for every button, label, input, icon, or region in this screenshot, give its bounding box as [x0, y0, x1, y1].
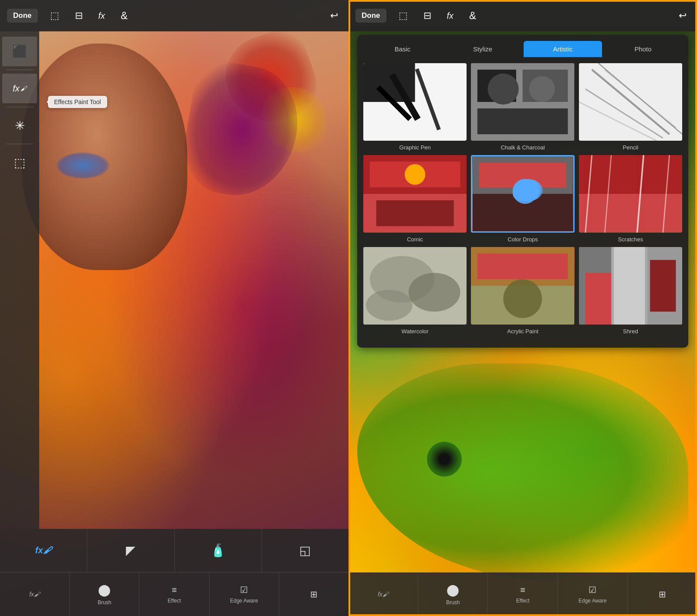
thumb-comic: [363, 155, 467, 233]
filter-color-drops[interactable]: Color Drops: [471, 155, 574, 243]
tab-photo[interactable]: Photo: [604, 41, 682, 57]
tab-artistic[interactable]: Artistic: [524, 41, 602, 57]
right-toolbar: Done ⬚ ⊟ fx & ↩: [348, 0, 697, 31]
left-panel: Done ⬚ ⊟ fx & ↩ ⬛ fx🖌 ✳ ⬚ Effects Paint …: [0, 0, 348, 616]
acrylic-svg: [471, 247, 574, 325]
sub-tools-row: fx🖌 ◤ 🧴 ◱: [0, 529, 348, 572]
filter-watercolor[interactable]: Watercolor: [363, 247, 467, 335]
svg-point-26: [513, 179, 538, 204]
thumb-shred: [579, 247, 682, 325]
filter-pencil[interactable]: Pencil: [579, 63, 682, 151]
thumb-watercolor: [363, 247, 467, 325]
svg-point-35: [409, 273, 460, 311]
filter-color-drops-label: Color Drops: [508, 236, 538, 243]
filter-graphic-pen[interactable]: Graphic Pen: [363, 63, 467, 151]
filter-comic-label: Comic: [407, 236, 423, 243]
fx-brush-sub[interactable]: fx🖌: [0, 529, 87, 572]
brush-circle-icon: ⬤: [98, 583, 111, 597]
nav-edge-right[interactable]: ☑ Edge Aware: [558, 572, 628, 616]
erase-icon: ◱: [299, 543, 311, 558]
svg-point-21: [405, 164, 425, 185]
filter-chalk-charcoal-label: Chalk & Charcoal: [501, 144, 545, 151]
chalk-svg: [471, 63, 574, 141]
splash-blue: [57, 152, 109, 179]
spray-sub[interactable]: 🧴: [175, 529, 262, 572]
selection-icon-left[interactable]: ⬚: [47, 8, 63, 23]
svg-rect-45: [585, 273, 611, 325]
effect-label: Effect: [168, 598, 181, 604]
color-drops-svg: [472, 156, 573, 231]
done-button-right[interactable]: Done: [355, 9, 386, 23]
brush-sub[interactable]: ◤: [87, 529, 174, 572]
edge-aware-icon-right: ☑: [589, 585, 596, 595]
filter-shred[interactable]: Shred: [579, 247, 682, 335]
selection-tool[interactable]: ⬚: [2, 148, 37, 177]
brush-label: Brush: [98, 599, 111, 606]
shred-svg: [579, 247, 682, 325]
nav-fx-icon-left: fx🖌: [29, 591, 40, 598]
blend-icon-right[interactable]: &: [466, 8, 480, 24]
svg-point-40: [503, 279, 542, 318]
done-button-left[interactable]: Done: [7, 9, 38, 23]
graphic-pen-svg: [363, 63, 467, 141]
magic-wand-tool[interactable]: ✳: [2, 111, 37, 140]
svg-rect-24: [479, 162, 567, 187]
tab-stylize[interactable]: Stylize: [443, 41, 522, 57]
svg-point-10: [529, 76, 555, 102]
blend-icon-left[interactable]: &: [117, 8, 131, 24]
adjust-icon-right[interactable]: ⊟: [420, 8, 435, 23]
erase-sub[interactable]: ◱: [262, 529, 348, 572]
svg-rect-46: [650, 260, 676, 312]
tool-divider-2: [6, 107, 34, 107]
filter-graphic-pen-label: Graphic Pen: [399, 144, 431, 151]
nav-fx-left[interactable]: fx🖌: [0, 572, 70, 616]
spray-icon: 🧴: [210, 543, 226, 558]
filter-scratches-label: Scratches: [618, 236, 643, 243]
nav-effect-right[interactable]: ≡ Effect: [488, 572, 558, 616]
thumb-color-drops: [471, 155, 574, 233]
svg-rect-43: [614, 247, 645, 325]
fx-tabs: Basic Stylize Artistic Photo: [357, 35, 688, 57]
filter-shred-label: Shred: [623, 328, 638, 335]
filter-scratches[interactable]: Scratches: [579, 155, 682, 243]
filter-acrylic-paint[interactable]: Acrylic Paint: [471, 247, 574, 335]
filter-comic[interactable]: Comic: [363, 155, 467, 243]
svg-rect-25: [473, 194, 572, 231]
nav-layers-right[interactable]: ⊞: [628, 572, 697, 616]
nav-fx-right[interactable]: fx🖌: [348, 572, 418, 616]
fx-paint-icon: fx🖌: [13, 84, 27, 94]
thumb-scratches: [579, 155, 682, 233]
nav-edge-left[interactable]: ☑ Edge Aware: [210, 572, 279, 616]
fx-paint-tool[interactable]: fx🖌: [2, 74, 37, 103]
fx-filter-panel: Basic Stylize Artistic Photo Graphic P: [357, 35, 688, 348]
nav-brush-left[interactable]: ⬤ Brush: [70, 572, 139, 616]
thumb-graphic-pen: [363, 63, 467, 141]
effect-icon-right: ≡: [520, 585, 525, 595]
fx-icon-left[interactable]: fx: [95, 9, 109, 23]
selection-icon-right[interactable]: ⬚: [395, 8, 411, 23]
edge-aware-label-right: Edge Aware: [579, 598, 607, 604]
bottom-tools-left: fx🖌 ◤ 🧴 ◱ fx🖌 ⬤ Brush ≡ Effect: [0, 529, 348, 616]
layers-icon-right: ⊞: [659, 589, 666, 599]
nav-layers-left[interactable]: ⊞: [279, 572, 348, 616]
adjust-icon-left[interactable]: ⊟: [71, 8, 86, 23]
filter-chalk-charcoal[interactable]: Chalk & Charcoal: [471, 63, 574, 151]
effect-icon: ≡: [172, 585, 177, 595]
edge-aware-icon: ☑: [240, 585, 248, 595]
stamp-tool[interactable]: ⬛: [2, 37, 37, 66]
thumb-acrylic: [471, 247, 574, 325]
svg-point-36: [366, 290, 413, 321]
nav-effect-left[interactable]: ≡ Effect: [139, 572, 209, 616]
undo-icon-right[interactable]: ↩: [675, 8, 690, 23]
tool-divider-3: [6, 144, 34, 144]
fx-icon-right[interactable]: fx: [443, 9, 457, 23]
brush-sub-icon: ◤: [126, 543, 135, 558]
thumb-pencil: [579, 63, 682, 141]
filter-acrylic-label: Acrylic Paint: [507, 328, 538, 335]
nav-fx-icon-right: fx🖌: [378, 591, 389, 598]
nav-brush-right[interactable]: ⬤ Brush: [418, 572, 488, 616]
undo-icon-left[interactable]: ↩: [327, 8, 342, 23]
tab-basic[interactable]: Basic: [363, 41, 442, 57]
chameleon-eye: [427, 442, 462, 477]
stamp-icon: ⬛: [12, 44, 27, 59]
